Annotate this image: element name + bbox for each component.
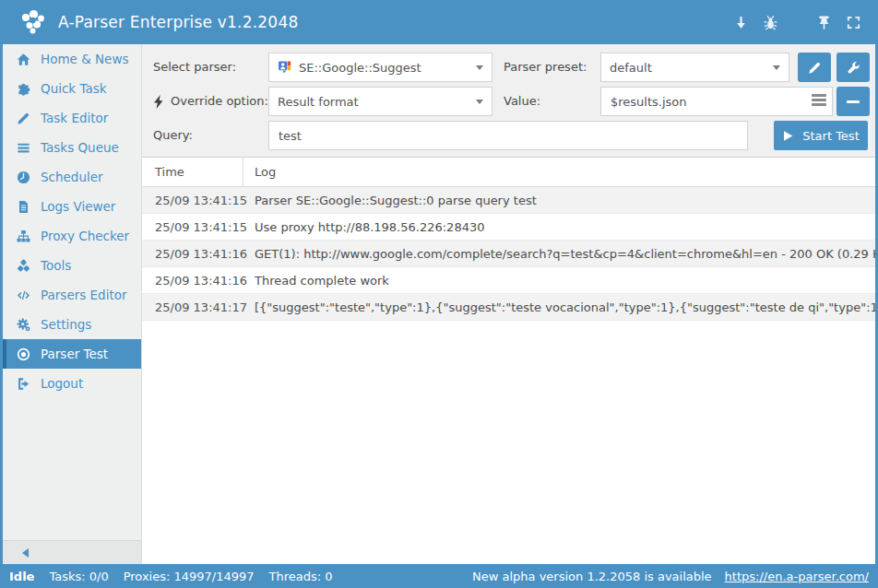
log-message: GET(1): http://www.google.com/complete/s…	[243, 241, 875, 266]
pencil-icon	[16, 111, 31, 125]
parser-settings-button[interactable]	[836, 53, 870, 82]
sidebar-item-parsers-editor[interactable]: Parsers Editor	[3, 280, 141, 310]
value-label: Value:	[504, 87, 540, 116]
log-message: Use proxy http://88.198.56.226:28430	[243, 214, 875, 240]
sidebar-item-label: Parser Test	[41, 347, 108, 361]
sidebar-item-label: Home & News	[41, 52, 128, 66]
clock-icon	[16, 170, 31, 184]
sidebar-item-label: Quick Task	[41, 81, 107, 96]
log-row[interactable]: 25/09 13:41:16 Thread complete work	[142, 267, 875, 294]
sidebar-item-task-editor[interactable]: Task Editor	[3, 103, 141, 133]
chevron-down-icon	[476, 65, 483, 70]
sidebar: Home & News Quick Task Task Editor Tasks…	[3, 44, 141, 564]
log-row[interactable]: 25/09 13:41:15 Parser SE::Google::Sugges…	[142, 187, 875, 214]
sidebar-item-label: Parsers Editor	[41, 288, 127, 302]
gear-icon	[16, 317, 31, 332]
log-time: 25/09 13:41:16	[142, 267, 243, 293]
sidebar-item-label: Scheduler	[41, 170, 103, 184]
log-time: 25/09 13:41:15	[142, 187, 243, 213]
sidebar-item-quick-task[interactable]: Quick Task	[3, 74, 141, 103]
wrench-icon	[847, 61, 860, 75]
log-row[interactable]: 25/09 13:41:17 [{"suggest":"teste","type…	[142, 294, 875, 321]
log-time: 25/09 13:41:16	[142, 241, 243, 266]
play-icon	[782, 130, 794, 142]
parser-preset-label: Parser preset:	[504, 53, 587, 82]
cubes-icon	[16, 258, 31, 273]
update-link[interactable]: https://en.a-parser.com/	[725, 570, 869, 583]
bug-icon[interactable]	[761, 13, 779, 31]
column-header-log[interactable]: Log	[243, 158, 875, 186]
log-time: 25/09 13:41:17	[142, 294, 243, 320]
sidebar-item-scheduler[interactable]: Scheduler	[3, 162, 141, 192]
override-option-dropdown[interactable]: Result format	[268, 87, 492, 116]
app-title: A-Parser Enterprise v1.2.2048	[58, 13, 298, 31]
chevron-down-icon	[476, 100, 483, 104]
query-input[interactable]	[268, 121, 748, 150]
sitemap-icon	[16, 229, 31, 243]
value-field-wrap	[600, 87, 833, 116]
column-header-time[interactable]: Time	[142, 158, 243, 186]
query-label: Query:	[153, 121, 193, 150]
file-icon	[16, 199, 31, 214]
collapse-sidebar-icon[interactable]	[22, 548, 29, 558]
status-tasks: Tasks: 0/0	[49, 570, 108, 583]
code-icon	[16, 288, 31, 302]
sidebar-item-logs-viewer[interactable]: Logs Viewer	[3, 192, 141, 221]
sidebar-footer	[3, 540, 141, 564]
log-row[interactable]: 25/09 13:41:15 Use proxy http://88.198.5…	[142, 214, 875, 241]
parser-preset-value: default	[610, 61, 652, 75]
update-message: New alpha version 1.2.2058 is available	[472, 570, 712, 583]
sidebar-item-settings[interactable]: Settings	[3, 310, 141, 339]
chevron-down-icon	[773, 65, 780, 70]
sidebar-item-label: Proxy Checker	[41, 229, 129, 243]
log-message: [{"suggest":"teste","type":1},{"suggest"…	[243, 294, 875, 320]
sidebar-item-logout[interactable]: Logout	[3, 369, 141, 398]
remove-override-button[interactable]	[836, 87, 870, 116]
status-bar: Idle Tasks: 0/0 Proxies: 14997/14997 Thr…	[0, 564, 878, 588]
sidebar-item-tools[interactable]: Tools	[3, 251, 141, 280]
log-time: 25/09 13:41:15	[142, 214, 243, 240]
override-bolt-icon	[154, 87, 165, 116]
sidebar-item-proxy-checker[interactable]: Proxy Checker	[3, 221, 141, 251]
bullseye-icon	[16, 347, 31, 361]
status-proxies: Proxies: 14997/14997	[124, 570, 255, 583]
sidebar-item-label: Tools	[41, 258, 71, 273]
top-bar: A-Parser Enterprise v1.2.2048	[3, 0, 875, 44]
log-row[interactable]: 25/09 13:41:16 GET(1): http://www.google…	[142, 241, 875, 267]
status-threads: Threads: 0	[269, 570, 333, 583]
log-message: Parser SE::Google::Suggest::0 parse quer…	[243, 187, 875, 213]
edit-preset-button[interactable]	[798, 53, 831, 82]
parser-preset-dropdown[interactable]: default	[600, 53, 789, 82]
sidebar-item-label: Tasks Queue	[41, 140, 119, 155]
logout-icon	[16, 376, 31, 391]
home-icon	[16, 52, 31, 66]
override-option-label: Override option:	[171, 87, 268, 116]
query-field-wrap	[268, 121, 748, 150]
main-panel: Select parser: SE::Google::Suggest Parse…	[141, 44, 875, 564]
pencil-icon	[808, 61, 822, 75]
sidebar-item-label: Settings	[41, 317, 91, 332]
select-parser-dropdown[interactable]: SE::Google::Suggest	[268, 53, 492, 82]
start-test-button[interactable]: Start Test	[774, 121, 868, 150]
sidebar-item-label: Logs Viewer	[41, 199, 115, 214]
value-input[interactable]	[600, 87, 833, 116]
log-table-header: Time Log	[142, 158, 875, 187]
list-icon	[16, 140, 31, 155]
pin-icon[interactable]	[814, 13, 833, 31]
a-parser-logo-icon	[18, 6, 49, 38]
log-message: Thread complete work	[243, 267, 875, 293]
log-table: Time Log 25/09 13:41:15 Parser SE::Googl…	[142, 158, 875, 564]
sidebar-item-tasks-queue[interactable]: Tasks Queue	[3, 133, 141, 162]
puzzle-icon	[16, 81, 31, 96]
download-icon[interactable]	[731, 13, 750, 31]
select-parser-label: Select parser:	[153, 53, 236, 82]
sidebar-item-home-news[interactable]: Home & News	[3, 44, 141, 74]
status-state: Idle	[9, 570, 34, 583]
expand-editor-icon[interactable]	[812, 94, 826, 107]
parser-test-form: Select parser: SE::Google::Suggest Parse…	[142, 44, 875, 158]
sidebar-item-label: Logout	[41, 376, 83, 391]
fullscreen-icon[interactable]	[844, 13, 862, 31]
sidebar-item-label: Task Editor	[41, 111, 108, 125]
sidebar-item-parser-test[interactable]: Parser Test	[3, 339, 141, 369]
override-option-value: Result format	[278, 95, 359, 109]
